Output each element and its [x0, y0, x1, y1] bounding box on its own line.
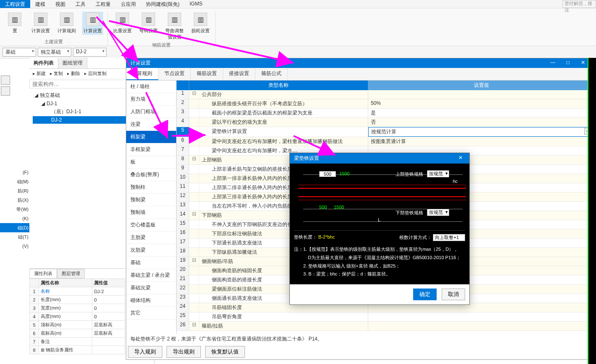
property-row[interactable]: 4高度(mm)0: [30, 312, 125, 321]
property-row[interactable]: 1名称DJ-2: [30, 287, 125, 296]
menu-5[interactable]: 云应用: [116, 0, 141, 8]
menu-4[interactable]: 工程量: [91, 0, 116, 8]
calc-mode-combo[interactable]: 向上取整+1: [433, 234, 465, 241]
combo-DJ-2[interactable]: DJ-2: [73, 48, 107, 57]
cancel-button[interactable]: 取消: [442, 289, 465, 300]
header-value: 设置值: [368, 81, 595, 90]
category-item[interactable]: 叠合板(整厚): [126, 169, 176, 181]
dlg-tab-4[interactable]: 箍筋公式: [255, 68, 288, 80]
ribbon-btn-比重设置[interactable]: ▥比重设置: [112, 12, 133, 41]
menu-3[interactable]: 工具: [70, 0, 91, 8]
ribbon-icon: ▥: [142, 13, 155, 26]
grid-row[interactable]: 3截面小的框架梁是否以截面大的框架梁为支座是: [177, 109, 595, 118]
grid-row[interactable]: 5梁垫铁计算设置按规范计算: [177, 127, 595, 137]
cat-trunc[interactable]: 础(T): [0, 232, 29, 242]
menu-1[interactable]: 建模: [30, 0, 50, 8]
cat-trunc[interactable]: 础(M): [0, 177, 29, 186]
footer-btn-恢复默认值[interactable]: 恢复默认值: [205, 346, 245, 358]
footer-btn-导出规则[interactable]: 导出规则: [167, 346, 201, 358]
category-item[interactable]: 空心楼盖板: [126, 219, 176, 231]
dlg-tab-2[interactable]: 箍筋设置: [191, 68, 223, 80]
dlg-tab-1[interactable]: 节点设置: [159, 68, 191, 80]
bot-dim-label: 1500: [334, 205, 344, 210]
category-item[interactable]: 其它: [126, 307, 176, 320]
tool-删除[interactable]: ▸ 删除: [67, 70, 80, 77]
property-row[interactable]: 8钢筋业务属性: [30, 346, 125, 354]
view-icon-2[interactable]: [1, 86, 10, 96]
property-row[interactable]: 3宽度(mm)0: [30, 304, 125, 312]
minimize-button[interactable]: —: [545, 60, 560, 67]
ribbon-icon: ▥: [116, 13, 129, 26]
ribbon: ▥置▥计算设置▥计算规则▥计算设置 土建设置 ▥比重设置▥弯钩设置▥弯曲调整值设…: [0, 8, 596, 46]
category-item[interactable]: 砌体结构: [126, 294, 176, 307]
maximize-button[interactable]: □: [560, 60, 575, 67]
prop-tab-1[interactable]: 图层管理: [57, 269, 85, 278]
category-item[interactable]: 非框架梁: [126, 143, 176, 156]
ribbon-btn-计算设置[interactable]: ▥计算设置: [30, 12, 51, 35]
category-item[interactable]: 次肋梁: [126, 244, 176, 257]
prop-tab-0[interactable]: 属性列表: [29, 269, 57, 278]
top-spec-combo[interactable]: 按规范: [427, 170, 449, 177]
ribbon-btn-置[interactable]: ▥置: [4, 12, 25, 35]
left-tab-1[interactable]: 图纸管理: [58, 58, 87, 68]
tool-复制[interactable]: ▸ 复制: [50, 70, 63, 77]
category-item[interactable]: 主肋梁: [126, 231, 176, 244]
note-line: 3. B：梁宽；bhc：保护层；d：箍筋直径。: [294, 270, 465, 278]
help-search-input[interactable]: 普经解惑，搜这: [562, 0, 596, 8]
combo-独立基础[interactable]: 独立基础: [38, 48, 71, 57]
ribbon-btn-计算规则[interactable]: ▥计算规则: [56, 12, 77, 35]
category-item[interactable]: 人防门框墙: [126, 106, 176, 118]
left-tab-0[interactable]: 构件列表: [29, 58, 58, 68]
grid-row[interactable]: 26⊟箍筋/拉筋: [177, 322, 595, 331]
menu-7[interactable]: IGMS: [185, 0, 208, 8]
footer-btn-导入规则[interactable]: 导入规则: [128, 346, 162, 358]
view-icon-1[interactable]: [1, 75, 10, 85]
ribbon-btn-损耗设置[interactable]: ▥损耗设置: [190, 12, 211, 41]
category-item[interactable]: 柱 / 墙柱: [126, 81, 176, 93]
combo-基础[interactable]: 基础: [3, 48, 36, 57]
ok-button[interactable]: 确定: [413, 289, 437, 300]
category-item[interactable]: 剪力墙: [126, 93, 176, 106]
category-item[interactable]: 连梁: [126, 118, 176, 131]
grid-row[interactable]: 4梁以平行相交的墙为支座否: [177, 118, 595, 127]
ribbon-icon: ▥: [34, 13, 47, 26]
category-item[interactable]: 基础主梁 / 承台梁: [126, 269, 176, 282]
ribbon-btn-计算设置[interactable]: ▥计算设置: [82, 12, 103, 35]
tool-层间复制[interactable]: ▸ 层间复制: [84, 70, 107, 77]
dlg-tab-0[interactable]: 计算规则: [126, 68, 159, 80]
cat-trunc[interactable]: (K): [0, 214, 29, 223]
bot-offset-label: 500: [319, 205, 327, 210]
note-line: 注：1.【按规范】表示垫铁的级别取主筋最大级别，垫铁直径为max（25，D），: [294, 245, 465, 254]
menu-2[interactable]: 视图: [50, 0, 70, 8]
category-item[interactable]: 预制梁: [126, 194, 176, 206]
ribbon-btn-弯曲调整值设置[interactable]: ▥弯曲调整值设置: [164, 12, 185, 41]
cat-trunc[interactable]: 筋(X): [0, 195, 29, 205]
category-item[interactable]: 预制柱: [126, 181, 176, 194]
grid-row[interactable]: 1⊟公共部分: [177, 90, 595, 99]
cat-trunc[interactable]: (V): [0, 242, 29, 251]
property-row[interactable]: 7备注: [30, 338, 125, 346]
cat-trunc[interactable]: (F): [0, 168, 29, 177]
menu-6[interactable]: 协同建模(限免): [141, 0, 185, 8]
ribbon-btn-弯钩设置[interactable]: ▥弯钩设置: [138, 12, 159, 41]
grid-row[interactable]: 6梁中间支座处左右均有加腋时，梁柱垂直加腋加腋钢筋做法按图集贯通计算: [177, 137, 595, 146]
property-row[interactable]: 6底标高(m)层底标高: [30, 329, 125, 338]
dlg-tab-3[interactable]: 搭接设置: [223, 68, 255, 80]
category-item[interactable]: 板: [126, 156, 176, 169]
property-row[interactable]: 2长度(mm)0: [30, 296, 125, 304]
top-offset-input[interactable]: [319, 171, 336, 177]
grid-row[interactable]: 2纵筋搭接接头错开百分率（不考虑架立筋）50%: [177, 99, 595, 109]
cat-trunc[interactable]: 筋(R): [0, 186, 29, 195]
tool-新建[interactable]: ▸ 新建: [33, 70, 46, 77]
property-row[interactable]: 5顶标高(m)层底标高: [30, 321, 125, 329]
category-item[interactable]: 基础: [126, 257, 176, 269]
cat-trunc[interactable]: 础(D): [0, 223, 29, 232]
cat-trunc[interactable]: 带(W): [0, 205, 29, 214]
category-item[interactable]: 基础次梁: [126, 282, 176, 294]
grid-row[interactable]: 25吊筋弯折角度: [177, 312, 595, 322]
menu-0[interactable]: 工程设置: [0, 0, 30, 8]
category-item[interactable]: 框架梁: [126, 131, 176, 143]
category-item[interactable]: 预制墙: [126, 206, 176, 219]
bot-spec-combo[interactable]: 按规范: [427, 209, 449, 216]
close-icon[interactable]: ✕: [456, 155, 465, 162]
